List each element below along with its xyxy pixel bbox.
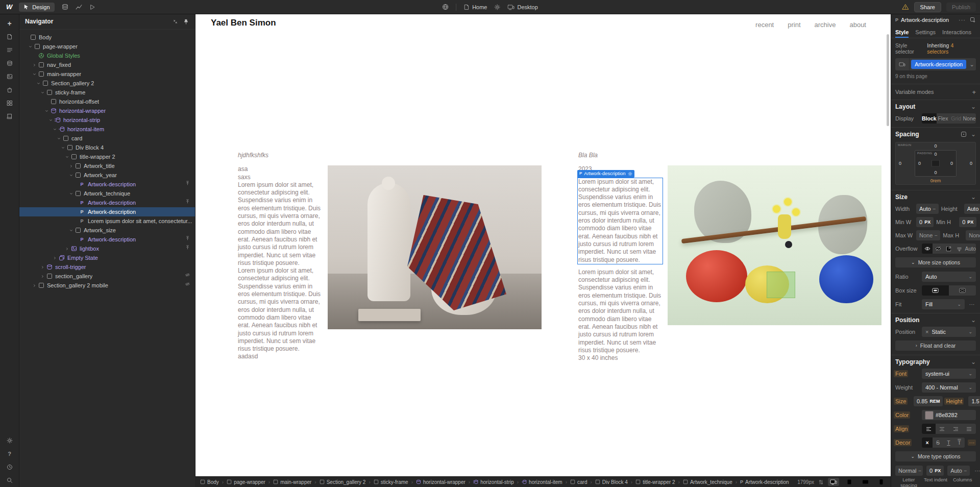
display-none-option[interactable]: None — [963, 113, 976, 124]
decoration-none-icon[interactable]: × — [922, 437, 933, 448]
navigator-item-horizontal-strip[interactable]: horizontal-strip — [19, 115, 195, 125]
breadcrumb-item-page-wrapper[interactable]: page-wrapper — [226, 479, 266, 485]
navigator-item-horizontal-item[interactable]: horizontal-item — [19, 125, 195, 134]
navigator-item-artwork-year[interactable]: Artwork_year — [19, 171, 195, 180]
chevron-down-icon[interactable] — [64, 155, 70, 159]
text-indent-input[interactable]: 0PX — [926, 466, 944, 476]
position-dropdown[interactable]: ×Static⌄ — [922, 327, 976, 337]
chevron-down-icon[interactable] — [56, 137, 62, 140]
hidden-eye-off-icon[interactable] — [185, 273, 190, 277]
color-input[interactable]: #8e8282 — [922, 410, 976, 420]
weight-dropdown[interactable]: 400 - Normal⌄ — [922, 382, 976, 393]
device-tablet-button[interactable] — [844, 478, 855, 486]
inheriting-info[interactable]: Inheriting 4 selectors — [927, 42, 976, 55]
breakpoint-selector[interactable]: Desktop — [507, 4, 537, 10]
chevron-down-icon[interactable] — [31, 72, 37, 76]
search-icon[interactable] — [3, 474, 16, 487]
chevron-down-icon[interactable] — [68, 229, 74, 232]
pin-icon[interactable] — [183, 19, 189, 25]
inherited-indicator-icon[interactable] — [185, 245, 190, 250]
selected-element-badge[interactable]: P Artwork-description — [577, 170, 634, 178]
chevron-down-icon[interactable] — [35, 82, 41, 85]
align-justify-icon[interactable] — [963, 424, 976, 434]
navigator-item-artwork-description[interactable]: PArtwork-description — [19, 207, 195, 216]
chevron-down-icon[interactable] — [60, 146, 66, 150]
inherited-indicator-icon[interactable] — [185, 199, 190, 204]
navigator-item-card[interactable]: card — [19, 134, 195, 143]
min-width-input[interactable]: 0PX — [916, 217, 934, 227]
breadcrumb-item-artwork-description[interactable]: PArtwork-description — [739, 479, 790, 485]
site-nav-link-archive[interactable]: archive — [815, 21, 836, 29]
navigator-item-body[interactable]: Body — [19, 33, 195, 42]
collapse-all-icon[interactable] — [173, 19, 178, 25]
fit-more-button[interactable]: ··· — [968, 301, 976, 307]
strikethrough-icon[interactable]: S — [933, 437, 943, 448]
cms-icon[interactable] — [3, 57, 16, 70]
columns-input[interactable]: Auto– — [947, 466, 970, 476]
navigator-item-sticky-frame[interactable]: sticky-frame — [19, 88, 195, 97]
artwork-card-right[interactable]: Bla Bla 2023 P Artwork-description Lorem… — [578, 152, 663, 362]
display-flex-option[interactable]: Flex — [937, 113, 950, 124]
navigator-item-artwork-size[interactable]: Artwork_size — [19, 226, 195, 235]
design-canvas[interactable]: Yael Ben Simon recentprintarchiveabout h… — [195, 14, 891, 476]
design-mode-button[interactable]: Design — [19, 3, 54, 12]
spacing-link-icon[interactable] — [961, 131, 967, 137]
overflow-hidden-eye-off-icon[interactable] — [933, 243, 943, 254]
breadcrumb-item-horizontal-strip[interactable]: horizontal-strip — [472, 479, 515, 485]
display-grid-option[interactable]: Grid — [949, 113, 963, 124]
breadcrumb-item-sticky-frame[interactable]: sticky-frame — [373, 479, 409, 485]
chevron-down-icon[interactable] — [52, 128, 58, 131]
share-button[interactable]: Share — [914, 2, 941, 12]
navigator-item-artwork-description[interactable]: PArtwork-description — [19, 198, 195, 207]
preview-icon[interactable] — [89, 4, 95, 10]
history-icon[interactable] — [3, 460, 16, 474]
page-settings-gear-icon[interactable] — [494, 4, 500, 10]
canvas-scrollbar[interactable] — [887, 34, 889, 126]
navigator-item-global-styles[interactable]: Global Styles — [19, 51, 195, 60]
help-icon[interactable]: ? — [3, 447, 16, 460]
navigator-item-page-wrapper[interactable]: page-wrapper — [19, 42, 195, 51]
align-left-icon[interactable] — [922, 424, 936, 434]
cms-topbar-icon[interactable] — [62, 4, 68, 10]
breadcrumb-item-horizontal-wrapper[interactable]: horizontal-wrapper — [415, 479, 467, 485]
align-right-icon[interactable] — [949, 424, 963, 434]
warning-icon[interactable] — [902, 4, 909, 10]
align-center-icon[interactable] — [936, 424, 949, 434]
max-width-input[interactable]: None– — [916, 230, 940, 240]
breadcrumb-item-section-gallery-2[interactable]: Section_gallery 2 — [318, 479, 367, 485]
layout-collapse-chevron-icon[interactable]: ⌄ — [971, 103, 976, 110]
class-pill[interactable]: Artwork-description — [911, 60, 966, 69]
resources-icon[interactable] — [3, 110, 16, 123]
border-box-icon[interactable] — [922, 285, 949, 296]
chevron-down-icon[interactable] — [39, 91, 45, 94]
pages-icon[interactable] — [3, 30, 16, 43]
chevron-right-icon[interactable] — [31, 63, 37, 67]
chevron-right-icon[interactable] — [39, 275, 45, 278]
chevron-down-icon[interactable] — [68, 174, 74, 177]
font-size-input[interactable]: 0.85REM — [914, 396, 943, 406]
breadcrumb-item-artwork-technique[interactable]: Artwork_technique — [682, 479, 733, 485]
device-phone-button[interactable] — [875, 478, 887, 486]
selector-chevron-down-icon[interactable]: ⌄ — [968, 61, 976, 68]
breadcrumb-item-horizontal-item[interactable]: horizontal-item — [521, 479, 564, 485]
chevron-down-icon[interactable] — [43, 109, 50, 113]
margin-left-value[interactable]: 0 — [899, 161, 901, 166]
size-collapse-chevron-icon[interactable]: ⌄ — [971, 193, 976, 201]
underline-icon[interactable]: T — [943, 437, 954, 448]
display-block-option[interactable]: Block — [922, 113, 937, 124]
chevron-right-icon[interactable] — [68, 164, 74, 168]
navigator-item-section-gallery-2[interactable]: Section_gallery 2 — [19, 79, 195, 88]
margin-bottom-value[interactable]: 0rem — [930, 178, 941, 183]
assets-icon[interactable] — [3, 70, 16, 83]
breadcrumb-item-div-block-4[interactable]: Div Block 4 — [594, 479, 629, 485]
padding-left-value[interactable]: 0 — [918, 161, 921, 166]
ratio-dropdown[interactable]: Auto⌄ — [922, 272, 976, 282]
chevron-right-icon[interactable] — [39, 265, 45, 269]
width-adjust-icon[interactable] — [819, 479, 823, 485]
selected-element-wrapper[interactable]: P Artwork-description Lorem ipsum dolor … — [578, 178, 663, 264]
inherited-indicator-icon[interactable] — [185, 236, 190, 240]
navigator-item-title-wrapper-2[interactable]: title-wrapper 2 — [19, 152, 195, 161]
style-selector-input[interactable]: Artwork-description ⌄ — [895, 58, 976, 70]
navigator-item-div-block-4[interactable]: Div Block 4 — [19, 143, 195, 152]
breadcrumb-item-body[interactable]: Body — [199, 479, 220, 485]
